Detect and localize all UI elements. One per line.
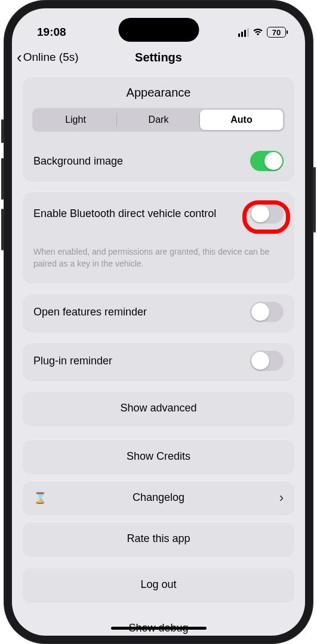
page-title: Settings [135,51,182,64]
background-image-toggle[interactable] [250,151,284,171]
back-button[interactable]: ‹ Online (5s) [17,49,79,65]
open-features-toggle[interactable] [250,302,284,322]
show-credits-button[interactable]: Show Credits [23,439,294,473]
segment-light[interactable]: Light [34,110,117,130]
wifi-icon [253,28,263,36]
dynamic-island [118,18,199,42]
bluetooth-control-toggle[interactable] [250,203,284,224]
background-image-label: Background image [33,155,123,168]
open-features-label: Open features reminder [33,306,147,318]
appearance-header: Appearance [23,76,294,108]
appearance-card: Appearance Light Dark Auto Background im… [23,76,294,181]
status-time: 19:08 [37,26,66,39]
rate-app-button[interactable]: Rate this app [23,522,294,556]
show-advanced-button[interactable]: Show advanced [23,391,294,425]
plugin-reminder-toggle[interactable] [250,351,284,371]
changelog-button[interactable]: ⌛ Changelog › [23,481,294,515]
segment-dark[interactable]: Dark [117,110,200,130]
home-indicator[interactable] [111,627,207,630]
bluetooth-card: Enable Bluetooth direct vehicle control … [23,191,294,283]
theme-segment-control[interactable]: Light Dark Auto [32,108,285,132]
chevron-left-icon: ‹ [17,49,22,65]
bluetooth-helper-text: When enabled, and permissions are grante… [23,236,294,283]
hourglass-icon: ⌛ [33,491,47,504]
cellular-icon [238,28,249,37]
logout-button[interactable]: Log out [23,568,294,602]
open-features-card: Open features reminder [23,293,294,332]
plugin-reminder-card: Plug-in reminder [23,342,294,380]
bluetooth-control-label: Enable Bluetooth direct vehicle control [33,208,223,220]
plugin-reminder-label: Plug-in reminder [33,355,112,367]
back-label: Online (5s) [23,51,79,64]
battery-icon: 70 [267,27,286,38]
segment-auto[interactable]: Auto [200,110,283,130]
chevron-right-icon: › [279,490,284,506]
